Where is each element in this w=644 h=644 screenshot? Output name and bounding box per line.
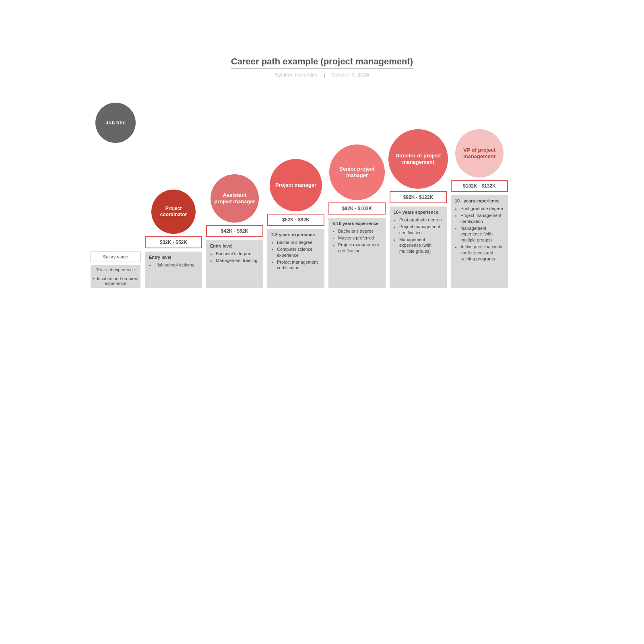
salary-box-assistant-project-manager: $42K - $62K [206, 225, 263, 237]
circle-assistant-project-manager: Assistant project manager [211, 174, 259, 223]
bullet-item: Bachelor's degree [216, 251, 259, 257]
circle-senior-project-manager: Senior project manager [329, 144, 385, 200]
salary-box-director-of-project-management: $92K - $122K [390, 191, 447, 203]
salary-box-senior-project-manager: $82K - $102K [328, 202, 386, 215]
bullet-item: Bachelor's degree [277, 239, 320, 246]
exp-label-project-manager: 2-3 years experience [271, 232, 320, 237]
bullet-item: High school diploma [155, 262, 198, 268]
salary-box-project-coordinator: $32K - $52K [145, 236, 202, 248]
page-header: Career path example (project management)… [231, 56, 413, 78]
circle-project-manager: Project manager [270, 159, 322, 211]
bullet-item: Computer science experience [277, 246, 320, 258]
info-block-project-manager: 2-3 years experienceBachelor's degreeCom… [267, 229, 324, 288]
salary-box-vp-of-project-management: $102K - $132K [451, 180, 508, 192]
col-director-of-project-management: Director of project management$92K - $12… [388, 129, 449, 288]
page-title: Career path example (project management) [231, 56, 413, 69]
bullet-item: Active participation in conferences and … [460, 244, 504, 262]
bullet-item: Project management certification [399, 224, 443, 236]
bullet-item: Management experience (with multiple gro… [399, 237, 443, 255]
job-title-circle: Job title [95, 103, 136, 143]
col-assistant-project-manager: Assistant project manager$42K - $62KEntr… [204, 174, 265, 288]
separator: | [324, 72, 325, 78]
info-block-director-of-project-management: 10+ years experiencePost graduate degree… [390, 206, 447, 288]
bullet-item: Post graduate degree [399, 217, 443, 223]
info-block-project-coordinator: Entry levelHigh school diploma [145, 252, 202, 288]
bullet-item: Management training [216, 258, 259, 264]
bullet-item: Post graduate degree [460, 206, 504, 212]
career-chart: Job titleSalary rangeYears of experience… [91, 103, 553, 288]
exp-label-project-coordinator: Entry level [149, 255, 198, 260]
circle-director-of-project-management: Director of project management [388, 129, 448, 189]
circle-vp-of-project-management: VP of project management [455, 129, 504, 178]
exp-label-director-of-project-management: 10+ years experience [394, 210, 443, 215]
exp-label-vp-of-project-management: 10+ years experience [455, 198, 504, 203]
salary-box-project-manager: $52K - $92K [267, 214, 324, 226]
label-column: Job titleSalary rangeYears of experience… [91, 103, 143, 288]
info-block-assistant-project-manager: Entry levelBachelor's degreeManagement t… [206, 240, 263, 288]
page-subtitle: System Templates | October 3, 2024 [231, 72, 413, 78]
col-project-manager: Project manager$52K - $92K2-3 years expe… [265, 159, 326, 288]
years-exp-label-box: Years of experience [91, 265, 140, 274]
info-block-vp-of-project-management: 10+ years experiencePost graduate degree… [451, 195, 508, 288]
bullet-item: Project management certification [460, 213, 504, 225]
exp-label-senior-project-manager: 6-10 years experience [332, 221, 382, 226]
col-project-coordinator: Project coordinator$32K - $52KEntry leve… [143, 190, 204, 288]
bullet-item: Bachelor's degree [338, 228, 382, 234]
col-senior-project-manager: Senior project manager$82K - $102K6-10 y… [326, 144, 388, 288]
col-vp-of-project-management: VP of project management$102K - $132K10+… [449, 129, 510, 288]
circle-project-coordinator: Project coordinator [151, 190, 196, 234]
salary-range-label-box: Salary range [91, 252, 140, 262]
bullet-item: Master's preferred [338, 235, 382, 241]
exp-label-assistant-project-manager: Entry level [210, 244, 259, 248]
bullet-item: Management experience (with multiple gro… [460, 225, 504, 244]
source-label: System Templates [275, 72, 318, 78]
education-label-box: Education and required experience [91, 274, 140, 288]
info-block-senior-project-manager: 6-10 years experienceBachelor's degreeMa… [328, 218, 386, 288]
bullet-item: Project management certification [338, 242, 382, 254]
bullet-item: Project management certification [277, 259, 320, 271]
date-label: October 3, 2024 [332, 72, 369, 78]
